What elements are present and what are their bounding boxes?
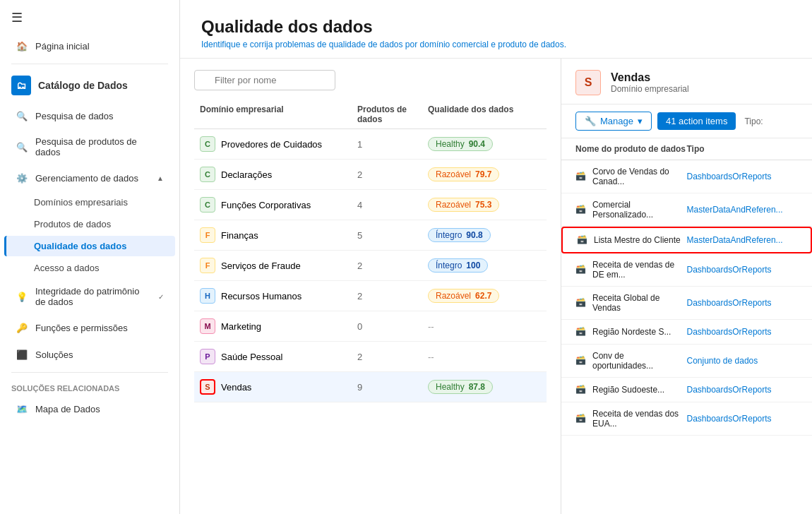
solutions-icon: ⬛ bbox=[16, 348, 28, 361]
domain-badge: F bbox=[200, 258, 215, 273]
quality-dash: -- bbox=[428, 321, 434, 332]
table-row[interactable]: C Funções Corporativas 4 Razoável 75.3 bbox=[194, 190, 547, 220]
sidebar-item-integrity[interactable]: 💡 Integridade do patrimônio de dados ✓ bbox=[4, 280, 175, 313]
product-row[interactable]: 🗃️ Receita de vendas dos EUA... Dashboar… bbox=[561, 402, 812, 436]
quality-cell: -- bbox=[428, 352, 541, 362]
col-domain-header: Domínio empresarial bbox=[200, 104, 357, 124]
wrench-icon: 🔧 bbox=[585, 116, 596, 126]
table-row[interactable]: F Finanças 5 Íntegro 90.8 bbox=[194, 220, 547, 251]
quality-cell: Íntegro 100 bbox=[428, 258, 541, 273]
hamburger-menu[interactable]: ☰ bbox=[0, 0, 179, 32]
sidebar-item-domains[interactable]: Domínios empresariais bbox=[4, 192, 175, 213]
domain-cell: C Funções Corporativas bbox=[200, 197, 357, 213]
table-row[interactable]: H Recursos Humanos 2 Razoável 62.7 bbox=[194, 281, 547, 311]
action-items-button[interactable]: 41 action items bbox=[657, 112, 736, 130]
domain-badge: C bbox=[200, 136, 215, 152]
sidebar-item-products[interactable]: Produtos de dados bbox=[4, 214, 175, 234]
domain-cell: F Serviços de Fraude bbox=[200, 258, 357, 273]
product-row[interactable]: 🗃️ Região Sudoeste... DashboardsOrReport… bbox=[561, 378, 812, 402]
quality-cell: Íntegro 90.8 bbox=[428, 228, 541, 242]
table-row[interactable]: P Saúde Pessoal 2 -- bbox=[194, 342, 547, 372]
sidebar-item-quality[interactable]: Qualidade dos dados bbox=[4, 236, 175, 256]
sidebar-access-label: Acesso a dados bbox=[34, 263, 100, 273]
product-name: Comercial Personalizado... bbox=[592, 200, 687, 220]
product-icon: 🗃️ bbox=[575, 297, 587, 309]
sidebar-item-data-management[interactable]: ⚙️ Gerenciamento de dados ▲ bbox=[4, 165, 175, 191]
quality-cell: Razoável 62.7 bbox=[428, 289, 541, 303]
domain-name: Recursos Humanos bbox=[221, 291, 301, 301]
products-count: 9 bbox=[357, 382, 428, 393]
permissions-icon: 🔑 bbox=[16, 321, 28, 334]
tipo-label: Tipo: bbox=[744, 116, 763, 126]
product-type: DashboardsOrReports bbox=[687, 172, 799, 181]
products-count: 2 bbox=[357, 261, 428, 271]
product-type: MasterDataAndReferen... bbox=[687, 235, 797, 245]
domain-name: Finanças bbox=[221, 230, 258, 241]
product-type: DashboardsOrReports bbox=[687, 265, 799, 275]
domain-cell: C Provedores de Cuidados bbox=[200, 136, 357, 152]
manage-button[interactable]: 🔧 Manage ▾ bbox=[575, 112, 652, 131]
product-row[interactable]: 🗃️ Receita Global de Vendas DashboardsOr… bbox=[561, 287, 812, 320]
table-row[interactable]: C Declarações 2 Razoável 79.7 bbox=[194, 160, 547, 190]
sidebar-quality-label: Qualidade dos dados bbox=[34, 241, 126, 251]
sidebar-products-search-label: Pesquisa de produtos de dados bbox=[35, 136, 164, 157]
table-row[interactable]: S Vendas 9 Healthy 87.8 bbox=[194, 372, 547, 402]
product-row[interactable]: 🗃️ Conv de oportunidades... Conjunto de … bbox=[561, 345, 812, 378]
data-management-icon: ⚙️ bbox=[16, 172, 28, 184]
product-icon: 🗃️ bbox=[575, 355, 587, 366]
domain-name: Saúde Pessoal bbox=[221, 352, 282, 362]
product-row[interactable]: 🗃️ Lista Mestre do Cliente MasterDataAnd… bbox=[561, 227, 812, 253]
product-icon: 🗃️ bbox=[575, 204, 587, 215]
quality-cell: Razoável 75.3 bbox=[428, 198, 541, 212]
grid-search-icon: 🔍 bbox=[16, 141, 28, 153]
domain-cell: P Saúde Pessoal bbox=[200, 349, 357, 364]
home-icon: 🏠 bbox=[16, 40, 28, 52]
sidebar-item-solutions[interactable]: ⬛ Soluções bbox=[4, 342, 175, 367]
product-row[interactable]: 🗃️ Receita de vendas de DE em... Dashboa… bbox=[561, 253, 812, 287]
product-name: Receita Global de Vendas bbox=[592, 293, 687, 313]
domain-badge: C bbox=[200, 197, 215, 213]
sidebar-products-label: Produtos de dados bbox=[34, 219, 111, 229]
quality-badge: Razoável 79.7 bbox=[428, 167, 499, 181]
sidebar-item-data-map[interactable]: 🗺️ Mapa de Dados bbox=[4, 396, 175, 422]
product-row[interactable]: 🗃️ Corvo de Vendas do Canad... Dashboard… bbox=[561, 160, 812, 193]
domain-name: Vendas bbox=[221, 382, 251, 393]
product-type: DashboardsOrReports bbox=[687, 414, 799, 424]
domain-badge: F bbox=[200, 227, 215, 243]
quality-badge: Healthy 90.4 bbox=[428, 137, 493, 151]
quality-cell: Healthy 90.4 bbox=[428, 137, 541, 151]
col-quality-header: Qualidade dos dados bbox=[428, 104, 541, 124]
product-name: Região Sudoeste... bbox=[592, 385, 664, 395]
product-type: DashboardsOrReports bbox=[687, 327, 799, 337]
product-row[interactable]: 🗃️ Região Nordeste S... DashboardsOrRepo… bbox=[561, 320, 812, 345]
quality-dash: -- bbox=[428, 352, 434, 362]
domain-badge: S bbox=[200, 379, 215, 395]
table-row[interactable]: C Provedores de Cuidados 1 Healthy 90.4 bbox=[194, 129, 547, 160]
vendas-icon: S bbox=[575, 70, 601, 95]
product-cell: 🗃️ Lista Mestre do Cliente bbox=[577, 234, 687, 246]
page-header: Qualidade dos dados Identifique e corrij… bbox=[180, 0, 812, 59]
products-table-header: Nome do produto de dados Tipo bbox=[561, 138, 812, 160]
filter-wrapper: ▽ bbox=[194, 70, 335, 90]
filter-input[interactable] bbox=[194, 70, 335, 90]
table-row[interactable]: M Marketing 0 -- bbox=[194, 311, 547, 342]
sidebar-divider-1 bbox=[11, 64, 168, 64]
product-row[interactable]: 🗃️ Comercial Personalizado... MasterData… bbox=[561, 193, 812, 227]
product-icon: 🗃️ bbox=[575, 171, 587, 182]
products-count: 0 bbox=[357, 321, 428, 332]
sidebar-item-search[interactable]: 🔍 Pesquisa de dados bbox=[4, 103, 175, 128]
table-row[interactable]: F Serviços de Fraude 2 Íntegro 100 bbox=[194, 251, 547, 281]
sidebar-item-permissions[interactable]: 🔑 Funções e permissões bbox=[4, 315, 175, 340]
product-cell: 🗃️ Receita de vendas de DE em... bbox=[575, 260, 687, 280]
sidebar-item-home[interactable]: 🏠 Página inicial bbox=[4, 33, 175, 59]
domain-name: Funções Corporativas bbox=[221, 200, 311, 210]
products-count: 5 bbox=[357, 230, 428, 241]
product-icon: 🗃️ bbox=[575, 384, 587, 395]
sidebar-item-products-search[interactable]: 🔍 Pesquisa de produtos de dados bbox=[4, 130, 175, 164]
product-cell: 🗃️ Comercial Personalizado... bbox=[575, 200, 687, 220]
domain-cell: S Vendas bbox=[200, 379, 357, 395]
data-map-icon: 🗺️ bbox=[16, 402, 28, 415]
products-count: 2 bbox=[357, 352, 428, 362]
product-icon: 🗃️ bbox=[575, 413, 587, 424]
sidebar-item-access[interactable]: Acesso a dados bbox=[4, 258, 175, 278]
